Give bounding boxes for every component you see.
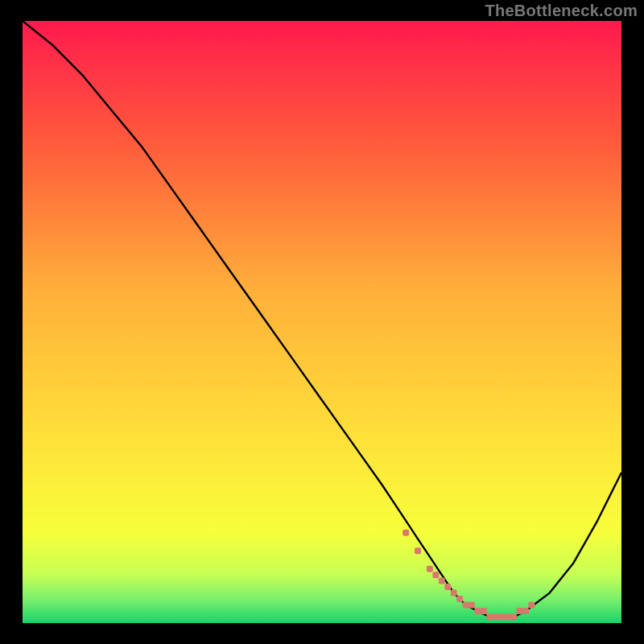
watermark-text: TheBottleneck.com (485, 2, 638, 20)
marker-dot (469, 602, 475, 609)
marker-dot (451, 590, 457, 597)
marker-dot (481, 608, 487, 614)
marker-dot (493, 614, 499, 621)
marker-dot (456, 596, 463, 602)
chart-svg (23, 21, 621, 623)
marker-dot (517, 608, 523, 614)
marker-dot (427, 566, 433, 572)
marker-dot (510, 614, 517, 621)
marker-dot (415, 547, 421, 554)
chart-frame: TheBottleneck.com (0, 0, 644, 644)
marker-dot (528, 602, 535, 609)
marker-dot (522, 608, 529, 614)
marker-dot (432, 572, 439, 578)
marker-dot (498, 614, 505, 621)
marker-dot (439, 578, 445, 584)
marker-dot (444, 584, 451, 590)
marker-dot (505, 614, 511, 621)
marker-dot (463, 602, 469, 609)
marker-dot (474, 608, 481, 614)
plot-area (23, 21, 621, 623)
marker-dot (486, 614, 493, 621)
marker-dot (402, 530, 409, 536)
